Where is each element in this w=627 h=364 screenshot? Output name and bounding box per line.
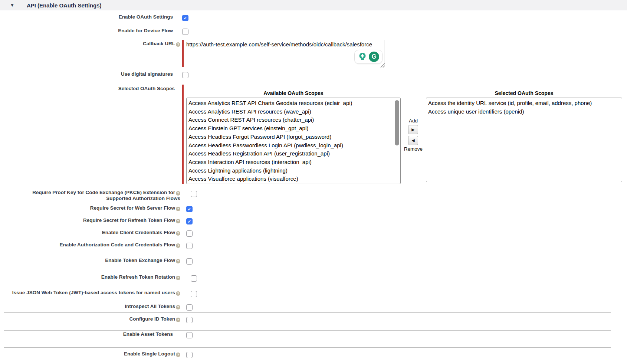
left-arrow-icon: ◀ [411, 138, 414, 142]
digital-signatures-checkbox[interactable] [182, 72, 188, 78]
configure-id-token-label: Configure ID Token [129, 316, 175, 322]
help-icon[interactable]: ? [176, 352, 180, 357]
pkce-checkbox[interactable] [191, 191, 197, 197]
asset-tokens-checkbox[interactable] [186, 332, 193, 338]
help-icon[interactable]: ? [176, 231, 180, 236]
collapse-triangle-icon[interactable]: ▼ [10, 3, 14, 7]
token-exchange-checkbox[interactable] [186, 258, 193, 265]
section-divider [4, 330, 611, 331]
help-icon[interactable]: ? [176, 207, 180, 211]
field-row-auth-code-credentials: Enable Authorization Code and Credential… [0, 242, 193, 249]
secret-refresh-token-label: Require Secret for Refresh Token Flow [83, 217, 175, 223]
field-row-refresh-token-rotation: Enable Refresh Token Rotation? [0, 274, 197, 282]
field-row-secret-refresh-token: Require Secret for Refresh Token Flow? ✓ [0, 217, 193, 224]
grammarly-widget[interactable]: G [354, 50, 383, 64]
help-icon[interactable]: ? [176, 259, 180, 263]
list-item[interactable]: Access Visualforce applications (visualf… [188, 175, 400, 183]
field-label: Enable Authorization Code and Credential… [0, 242, 180, 248]
auth-code-credentials-label: Enable Authorization Code and Credential… [59, 242, 175, 247]
textarea-resize-handle[interactable] [379, 62, 385, 68]
oauth-scopes-label: Selected OAuth Scopes [118, 86, 175, 91]
field-label: Enable Single Logout? [0, 351, 180, 357]
refresh-token-rotation-checkbox[interactable] [191, 275, 197, 282]
scrollbar-thumb[interactable] [395, 100, 399, 145]
single-logout-checkbox[interactable] [186, 352, 193, 358]
grammarly-suggestion-icon[interactable] [358, 52, 367, 62]
jwt-access-tokens-checkbox[interactable] [191, 291, 197, 297]
field-row-enable-oauth: Enable OAuth Settings ✓ [0, 14, 188, 21]
list-item[interactable]: Access Headless Passwordless Login API (… [188, 141, 400, 150]
device-flow-checkbox[interactable] [182, 29, 188, 35]
list-item[interactable]: Access Analytics REST API resources (wav… [188, 108, 400, 116]
field-label: Configure ID Token? [0, 316, 180, 322]
field-row-pkce: Require Proof Key for Code Exchange (PKC… [0, 190, 197, 201]
right-arrow-icon: ▶ [411, 128, 414, 132]
field-row-token-exchange: Enable Token Exchange Flow? [0, 258, 193, 265]
list-item[interactable]: Access Lightning applications (lightning… [188, 167, 400, 175]
callback-url-label: Callback URL [143, 41, 175, 46]
asset-tokens-label: Enable Asset Tokens [123, 331, 173, 337]
available-scopes-header: Available OAuth Scopes [186, 90, 401, 96]
help-icon[interactable]: ? [176, 191, 180, 196]
auth-code-credentials-checkbox[interactable] [186, 243, 193, 249]
field-row-client-credentials: Enable Client Credentials Flow? [0, 230, 193, 237]
introspect-all-tokens-checkbox[interactable] [186, 304, 193, 311]
remove-scope-button[interactable]: ◀ [408, 136, 418, 145]
secret-refresh-token-checkbox[interactable]: ✓ [186, 218, 193, 224]
pkce-label-line1: Require Proof Key for Code Exchange (PKC… [32, 190, 175, 195]
list-item[interactable]: Access the identity URL service (id, pro… [428, 99, 622, 108]
list-item[interactable]: Access Einstein GPT services (einstein_g… [188, 124, 400, 133]
field-row-oauth-scopes: Selected OAuth Scopes [0, 86, 180, 92]
list-item[interactable]: Access Headless Registration API (user_r… [188, 150, 400, 158]
secret-web-server-label: Require Secret for Web Server Flow [90, 205, 175, 211]
field-label: Enable Refresh Token Rotation? [0, 274, 180, 280]
list-item[interactable]: Access Connect REST API resources (chatt… [188, 116, 400, 124]
help-icon[interactable]: ? [176, 291, 180, 296]
field-label: Require Proof Key for Code Exchange (PKC… [0, 190, 180, 201]
help-icon[interactable]: ? [176, 243, 180, 248]
list-item[interactable]: Access Headless Forgot Password API (for… [188, 133, 400, 141]
configure-id-token-checkbox[interactable] [186, 317, 193, 323]
selected-scopes-header: Selected OAuth Scopes [426, 90, 622, 96]
enable-oauth-label: Enable OAuth Settings [119, 14, 173, 20]
field-label: Use digital signatures [0, 71, 180, 77]
field-row-device-flow: Enable for Device Flow [0, 28, 188, 35]
selected-scopes-listbox[interactable]: Access the identity URL service (id, pro… [426, 98, 622, 182]
client-credentials-checkbox[interactable] [186, 230, 193, 237]
field-label: Enable OAuth Settings [0, 14, 180, 20]
section-divider [4, 347, 611, 348]
jwt-access-tokens-label: Issue JSON Web Token (JWT)-based access … [12, 290, 175, 295]
help-icon[interactable]: ? [176, 318, 180, 322]
grammarly-icon[interactable]: G [369, 52, 379, 62]
field-label: Enable Token Exchange Flow? [0, 258, 180, 263]
field-label: Enable Client Credentials Flow? [0, 230, 180, 236]
field-row-jwt-access-tokens: Issue JSON Web Token (JWT)-based access … [0, 290, 197, 297]
field-row-digital-signatures: Use digital signatures [0, 71, 188, 78]
help-icon[interactable]: ? [176, 42, 180, 47]
token-exchange-label: Enable Token Exchange Flow [105, 258, 175, 263]
list-item[interactable]: Access unique user identifiers (openid) [428, 108, 622, 116]
add-label: Add [403, 118, 424, 124]
digital-signatures-label: Use digital signatures [121, 71, 173, 77]
remove-label: Remove [403, 146, 424, 152]
section-title: API (Enable OAuth Settings) [27, 2, 102, 9]
field-label: Issue JSON Web Token (JWT)-based access … [0, 290, 180, 296]
add-scope-button[interactable]: ▶ [408, 125, 418, 134]
secret-web-server-checkbox[interactable]: ✓ [186, 206, 193, 212]
field-label: Require Secret for Refresh Token Flow? [0, 217, 180, 223]
help-icon[interactable]: ? [176, 219, 180, 223]
list-item[interactable]: Access Interaction API resources (intera… [188, 158, 400, 167]
available-scopes-listbox[interactable]: Access Analytics REST API Charts Geodata… [186, 98, 401, 184]
help-icon[interactable]: ? [176, 276, 180, 280]
field-row-asset-tokens: Enable Asset Tokens [0, 331, 193, 338]
field-row-introspect-all-tokens: Introspect All Tokens? [0, 304, 193, 311]
field-label: Callback URL? [0, 41, 180, 47]
refresh-token-rotation-label: Enable Refresh Token Rotation [101, 274, 175, 280]
field-label: Require Secret for Web Server Flow? [0, 205, 180, 211]
field-label: Introspect All Tokens? [0, 304, 180, 309]
field-row-secret-web-server: Require Secret for Web Server Flow? ✓ [0, 205, 193, 212]
help-icon[interactable]: ? [176, 305, 180, 309]
client-credentials-label: Enable Client Credentials Flow [102, 230, 175, 235]
list-item[interactable]: Access Analytics REST API Charts Geodata… [188, 99, 400, 108]
enable-oauth-checkbox[interactable]: ✓ [182, 15, 188, 21]
